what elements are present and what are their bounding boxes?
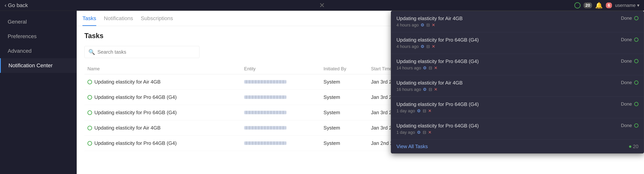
user-menu[interactable]: username ▾ [615, 3, 640, 8]
task-name-cell: Updating elasticity for Air 4GB [84, 120, 241, 136]
alert-count[interactable]: 6 [606, 2, 612, 8]
close-icon[interactable]: ✕ [428, 108, 432, 113]
sidebar-item-label: General [8, 19, 27, 25]
notif-left: Updating elasticity for Pro 64GB (G4) 14… [396, 58, 617, 70]
task-initiated-by: System [320, 120, 368, 136]
settings-icon[interactable]: ⚙ [420, 23, 424, 28]
task-initiated-by: System [320, 136, 368, 151]
notification-item[interactable]: Updating elasticity for Air 4GB 4 hours … [391, 11, 644, 32]
notif-time: 14 hours ago [396, 66, 421, 70]
chevron-down-icon: ▾ [637, 3, 640, 8]
notif-left: Updating elasticity for Air 4GB 4 hours … [396, 15, 617, 28]
close-icon[interactable]: ✕ [319, 1, 325, 9]
tab-subscriptions[interactable]: Subscriptions [141, 11, 173, 26]
sidebar-item-general[interactable]: General [0, 14, 76, 29]
close-icon[interactable]: ✕ [432, 23, 435, 28]
col-name: Name [84, 63, 241, 74]
notif-meta: 1 day ago ⚙ ⊟ ✕ [396, 108, 617, 113]
task-entity [241, 74, 320, 90]
notification-item[interactable]: Updating elasticity for Pro 64GB (G4) 14… [391, 54, 644, 75]
save-icon[interactable]: ⊟ [429, 66, 432, 70]
notification-item[interactable]: Updating elasticity for Air 4GB 16 hours… [391, 75, 644, 97]
col-initiated-by: Initiated By [320, 63, 368, 74]
task-entity [241, 120, 320, 136]
notif-left: Updating elasticity for Pro 64GB (G4) 1 … [396, 123, 617, 135]
task-entity [241, 90, 320, 105]
settings-icon[interactable]: ⚙ [420, 44, 424, 49]
save-icon[interactable]: ⊟ [423, 130, 426, 135]
settings-icon[interactable]: ⚙ [417, 108, 421, 113]
settings-icon[interactable]: ⚙ [423, 66, 427, 70]
notif-done-label: Done [621, 37, 632, 42]
tab-notifications[interactable]: Notifications [104, 11, 133, 26]
back-arrow-icon: ‹ [4, 2, 6, 8]
notif-meta: 4 hours ago ⚙ ⊟ ✕ [396, 44, 617, 49]
notif-title: Updating elasticity for Air 4GB [396, 15, 617, 21]
notif-done-dot [634, 16, 638, 20]
task-name-cell: Updating elasticity for Air 4GB [84, 74, 241, 90]
notif-right: Done [621, 80, 638, 85]
notif-title: Updating elasticity for Pro 64GB (G4) [396, 123, 617, 129]
notif-time: 4 hours ago [396, 23, 419, 28]
view-all-count: 20 [629, 144, 638, 150]
notif-time: 1 day ago [396, 108, 415, 113]
count-dot [629, 146, 631, 148]
notif-done-label: Done [621, 80, 632, 85]
header: ‹ Go back ✕ 20 🔔 6 username ▾ [0, 0, 644, 11]
settings-icon[interactable]: ⚙ [423, 87, 427, 92]
notif-time: 16 hours ago [396, 87, 421, 92]
search-bar: 🔍 [84, 46, 200, 58]
close-icon[interactable]: ✕ [434, 66, 438, 70]
notif-done-dot [634, 102, 638, 106]
sidebar-item-preferences[interactable]: Preferences [0, 29, 76, 44]
entity-blur [244, 126, 286, 130]
notif-done-label: Done [621, 123, 632, 128]
notif-done-dot [634, 59, 638, 63]
bell-icon[interactable]: 🔔 [595, 2, 603, 9]
notif-done-dot [634, 80, 638, 85]
sidebar-item-advanced[interactable]: Advanced [0, 44, 76, 58]
view-all-tasks-button[interactable]: View All Tasks 20 [391, 140, 644, 153]
search-icon: 🔍 [88, 49, 95, 55]
go-back-button[interactable]: ‹ Go back [4, 2, 28, 8]
close-icon[interactable]: ✕ [428, 130, 432, 135]
entity-blur [244, 142, 286, 145]
main-layout: General Preferences Advanced Notificatio… [0, 11, 644, 174]
close-icon[interactable]: ✕ [434, 87, 438, 92]
header-center: ✕ [319, 1, 325, 9]
notif-right: Done [621, 37, 638, 42]
task-status-icon [88, 110, 92, 115]
notif-left: Updating elasticity for Air 4GB 16 hours… [396, 80, 617, 92]
tab-tasks[interactable]: Tasks [82, 11, 96, 26]
col-entity: Entity [241, 63, 320, 74]
notification-item[interactable]: Updating elasticity for Pro 64GB (G4) 1 … [391, 97, 644, 118]
save-icon[interactable]: ⊟ [429, 87, 432, 92]
task-status-icon [88, 80, 92, 84]
sidebar: General Preferences Advanced Notificatio… [0, 11, 77, 174]
badge-count[interactable]: 20 [584, 2, 592, 8]
notif-done-label: Done [621, 58, 632, 64]
close-icon[interactable]: ✕ [432, 44, 435, 49]
notification-item[interactable]: Updating elasticity for Pro 64GB (G4) 1 … [391, 118, 644, 140]
task-name: Updating elasticity for Air 4GB [94, 79, 160, 85]
save-icon[interactable]: ⊟ [426, 23, 430, 28]
notification-item[interactable]: Updating elasticity for Pro 64GB (G4) 4 … [391, 32, 644, 54]
entity-blur [244, 95, 286, 99]
sidebar-item-label: Preferences [8, 33, 37, 39]
header-right: 20 🔔 6 username ▾ [574, 2, 640, 9]
task-name: Updating elasticity for Pro 64GB (G4) [94, 94, 177, 100]
task-status-icon [88, 95, 92, 100]
sidebar-item-notification-center[interactable]: Notification Center [0, 58, 76, 73]
notif-left: Updating elasticity for Pro 64GB (G4) 4 … [396, 37, 617, 49]
notif-right: Done [621, 123, 638, 128]
task-entity [241, 105, 320, 120]
notif-title: Updating elasticity for Pro 64GB (G4) [396, 101, 617, 107]
save-icon[interactable]: ⊟ [423, 108, 426, 113]
notification-dropdown: Updating elasticity for Air 4GB 4 hours … [391, 11, 644, 154]
notif-done-label: Done [621, 15, 632, 21]
settings-icon[interactable]: ⚙ [417, 130, 421, 135]
task-name: Updating elasticity for Air 4GB [94, 125, 160, 131]
search-input[interactable] [98, 49, 196, 55]
save-icon[interactable]: ⊟ [426, 44, 430, 49]
notif-title: Updating elasticity for Air 4GB [396, 80, 617, 86]
